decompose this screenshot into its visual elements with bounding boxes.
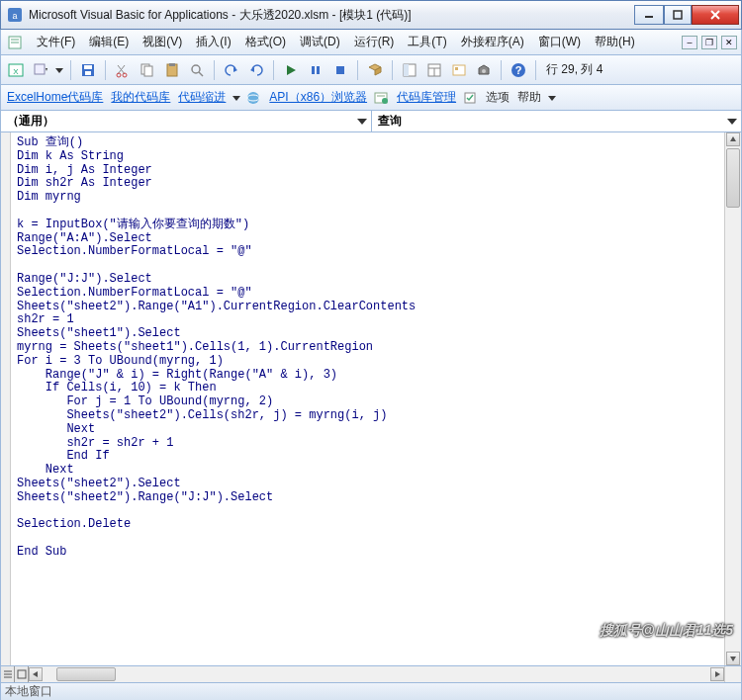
svg-rect-22 (144, 66, 152, 76)
svg-rect-3 (674, 11, 682, 19)
svg-text:a: a (12, 11, 17, 21)
scroll-down-arrow-icon[interactable] (726, 652, 740, 665)
window-controls (634, 5, 739, 25)
code-pane-selectors: （通用） 查询 (0, 111, 742, 132)
close-button[interactable] (692, 5, 739, 25)
link-api[interactable]: API（x86）浏览器 (267, 89, 369, 106)
svg-marker-45 (232, 96, 240, 101)
project-explorer-button[interactable] (399, 59, 420, 81)
save-button[interactable] (77, 59, 99, 81)
separator-icon (70, 60, 71, 80)
scroll-left-arrow-icon[interactable] (29, 667, 43, 681)
code-text[interactable]: Sub 查询() Dim k As String Dim i, j As Int… (11, 132, 724, 665)
cursor-position: 行 29, 列 4 (546, 61, 603, 78)
svg-marker-62 (715, 671, 720, 677)
redo-button[interactable] (245, 59, 267, 81)
properties-button[interactable] (423, 59, 445, 81)
procedure-view-button[interactable] (1, 666, 15, 682)
chevron-down-icon[interactable] (357, 117, 367, 127)
dropdown-arrow-icon[interactable] (232, 93, 241, 103)
scroll-right-arrow-icon[interactable] (710, 667, 724, 681)
dropdown-arrow-icon[interactable] (547, 93, 557, 103)
svg-rect-31 (317, 66, 320, 74)
menu-edit[interactable]: 编辑(E) (83, 31, 135, 53)
full-module-view-button[interactable] (15, 666, 29, 682)
link-help[interactable]: 帮助 (515, 89, 543, 106)
chevron-down-icon[interactable] (727, 117, 737, 127)
menu-insert[interactable]: 插入(I) (190, 31, 236, 53)
svg-point-19 (117, 73, 121, 77)
link-options[interactable]: 选项 (484, 89, 511, 106)
menu-run[interactable]: 运行(R) (348, 31, 401, 53)
separator-icon (105, 60, 106, 80)
svg-point-50 (382, 98, 388, 104)
undo-button[interactable] (221, 59, 242, 81)
svg-rect-11 (35, 64, 45, 74)
view-mode-tabs (1, 666, 29, 682)
svg-rect-36 (404, 64, 409, 76)
mdi-restore-button[interactable]: ❐ (701, 36, 717, 49)
link-mycode[interactable]: 我的代码库 (109, 89, 172, 106)
cut-button[interactable] (112, 59, 134, 81)
help-button[interactable]: ? (508, 59, 529, 81)
svg-marker-61 (33, 671, 38, 677)
svg-marker-29 (287, 65, 296, 75)
procedure-selector[interactable]: 查询 (372, 111, 742, 131)
svg-line-26 (199, 72, 203, 76)
horizontal-scrollbar[interactable] (29, 666, 724, 682)
object-browser-button[interactable] (448, 59, 470, 81)
svg-rect-60 (18, 670, 26, 678)
menu-window[interactable]: 窗口(W) (532, 31, 587, 53)
code-view-footer (0, 666, 742, 683)
design-mode-button[interactable] (364, 59, 386, 81)
menu-addins[interactable]: 外接程序(A) (455, 31, 530, 53)
mdi-close-button[interactable]: ✕ (721, 36, 737, 49)
object-selector[interactable]: （通用） (1, 111, 372, 131)
window-titlebar: a Microsoft Visual Basic for Application… (0, 0, 742, 30)
scroll-up-arrow-icon[interactable] (726, 132, 740, 146)
svg-marker-56 (730, 656, 736, 661)
options-icon (462, 90, 478, 106)
run-button[interactable] (280, 59, 302, 81)
dropdown-arrow-icon[interactable] (54, 65, 64, 75)
menu-format[interactable]: 格式(O) (239, 31, 292, 53)
separator-icon (535, 60, 536, 80)
link-indent[interactable]: 代码缩进 (176, 89, 228, 106)
maximize-button[interactable] (664, 5, 692, 25)
mdi-minimize-button[interactable]: – (682, 36, 697, 49)
menu-help[interactable]: 帮助(H) (589, 31, 641, 53)
svg-marker-13 (55, 68, 63, 73)
svg-rect-30 (312, 66, 315, 74)
locals-window-header[interactable]: 本地窗口 (0, 683, 742, 700)
view-excel-button[interactable]: X (5, 59, 27, 81)
menu-view[interactable]: 视图(V) (137, 31, 188, 53)
separator-icon (501, 60, 502, 80)
menu-tools[interactable]: 工具(T) (402, 31, 452, 53)
scroll-corner (724, 666, 741, 682)
menu-file[interactable]: 文件(F) (31, 31, 81, 53)
link-excelhome[interactable]: ExcelHome代码库 (5, 89, 105, 106)
object-selector-value: （通用） (7, 113, 54, 130)
scroll-thumb[interactable] (56, 667, 116, 681)
find-button[interactable] (186, 59, 208, 81)
locals-window-title: 本地窗口 (5, 683, 52, 700)
reset-button[interactable] (329, 59, 351, 81)
margin-indicator-bar[interactable] (1, 132, 11, 665)
window-title: Microsoft Visual Basic for Applications … (29, 7, 628, 24)
link-manage[interactable]: 代码库管理 (395, 89, 458, 106)
manage-icon (373, 90, 389, 106)
svg-text:?: ? (515, 64, 522, 76)
menu-debug[interactable]: 调试(D) (294, 31, 346, 53)
break-button[interactable] (305, 59, 326, 81)
minimize-button[interactable] (634, 5, 664, 25)
svg-rect-32 (336, 66, 344, 74)
vertical-scrollbar[interactable] (724, 132, 741, 665)
toolbox-button[interactable] (473, 59, 495, 81)
scroll-thumb[interactable] (726, 148, 740, 208)
insert-dropdown-button[interactable] (30, 59, 51, 81)
paste-button[interactable] (161, 59, 183, 81)
svg-marker-12 (46, 68, 47, 71)
separator-icon (273, 60, 274, 80)
copy-button[interactable] (137, 59, 158, 81)
svg-marker-53 (357, 119, 367, 125)
